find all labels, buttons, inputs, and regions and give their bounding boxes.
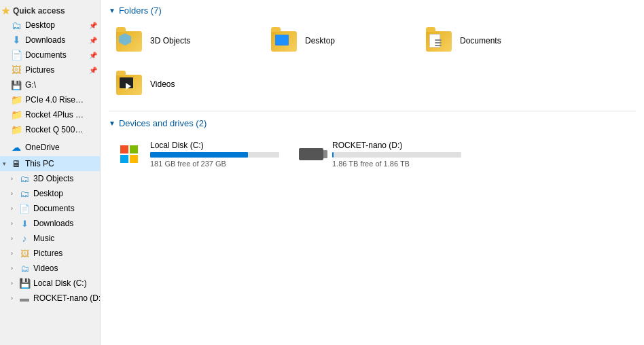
sidebar-label: G:\ bbox=[25, 80, 36, 90]
folder-shape bbox=[426, 31, 452, 52]
sidebar-label: 3D Objects bbox=[33, 174, 73, 183]
folder-label: Desktop bbox=[305, 36, 335, 47]
sidebar-label: Documents bbox=[25, 50, 67, 60]
folders-section-label: Folders (7) bbox=[119, 5, 162, 16]
expand-arrow: › bbox=[11, 175, 18, 182]
onedrive-icon: ☁ bbox=[11, 142, 22, 153]
expand-arrow: › bbox=[11, 205, 18, 212]
sidebar-item-downloads-qa[interactable]: ⬇ Downloads 📌 bbox=[0, 33, 100, 48]
sidebar-item-videos-pc[interactable]: › 🗂 Videos bbox=[0, 261, 100, 276]
folder-documents[interactable]: Documents bbox=[418, 22, 568, 60]
folder-desktop[interactable]: Desktop bbox=[264, 22, 413, 60]
thispc-icon: 🖥 bbox=[11, 158, 22, 169]
device-space: 1.86 TB free of 1.86 TB bbox=[332, 160, 461, 168]
device-space: 181 GB free of 237 GB bbox=[150, 160, 279, 168]
folder-inner-videos bbox=[120, 77, 133, 88]
folder-blue-icon: 🗂 bbox=[19, 173, 30, 184]
folder-yellow-icon: 📁 bbox=[11, 124, 22, 135]
section-divider bbox=[109, 111, 636, 111]
sidebar-label: Pictures bbox=[33, 249, 62, 258]
windows-logo-icon bbox=[120, 145, 138, 163]
folder-3dobjects[interactable]: 3D Objects bbox=[109, 22, 258, 60]
folder-blue-icon: 🗂 bbox=[19, 263, 30, 274]
folder-yellow-icon: 📁 bbox=[11, 109, 22, 120]
sidebar-label: PCIe 4.0 Riser Cable bbox=[25, 95, 86, 105]
sidebar-label: This PC bbox=[25, 159, 54, 168]
sidebar-item-pictures-pc[interactable]: › 🖼 Pictures bbox=[0, 246, 100, 261]
sidebar-item-desktop-pc[interactable]: › 🗂 Desktop bbox=[0, 186, 100, 201]
expand-arrow: › bbox=[11, 265, 18, 272]
sidebar-label: Downloads bbox=[33, 219, 73, 228]
sidebar-label: Downloads bbox=[25, 35, 65, 45]
sidebar-item-pictures-qa[interactable]: 🖼 Pictures 📌 bbox=[0, 62, 100, 77]
progress-bar-fill bbox=[150, 152, 248, 158]
sidebar-item-onedrive[interactable]: ☁ OneDrive bbox=[0, 140, 100, 155]
sidebar-label: Music bbox=[33, 234, 54, 243]
sidebar-item-rocketd-pc[interactable]: › ▬ ROCKET-nano (D:) bbox=[0, 291, 100, 306]
device-name: Local Disk (C:) bbox=[150, 141, 279, 150]
devices-section-header[interactable]: ▼ Devices and drives (2) bbox=[109, 118, 636, 128]
sidebar-item-rocket4plus[interactable]: 📁 Rocket 4Plus 2TB bbox=[0, 107, 100, 122]
sidebar-item-documents-pc[interactable]: › 📄 Documents bbox=[0, 201, 100, 216]
folder-icon-wrap bbox=[115, 27, 143, 56]
sidebar-item-desktop-qa[interactable]: 🗂 Desktop 📌 bbox=[0, 18, 100, 33]
sidebar-item-music-pc[interactable]: › ♪ Music bbox=[0, 231, 100, 246]
folder-doc-icon: 📄 bbox=[11, 50, 22, 60]
expand-arrow: › bbox=[11, 250, 18, 257]
device-icon-wrap bbox=[115, 140, 143, 168]
device-info: Local Disk (C:) 181 GB free of 237 GB bbox=[150, 141, 279, 168]
expand-arrow: › bbox=[11, 280, 18, 287]
win-sq-green bbox=[130, 145, 138, 153]
chevron-down-icon: ▼ bbox=[109, 120, 115, 127]
progress-bar-fill bbox=[332, 152, 334, 158]
folder-icon-wrap bbox=[425, 27, 453, 56]
sidebar-item-gdrive[interactable]: 💾 G:\ bbox=[0, 77, 100, 92]
device-icon-wrap bbox=[297, 140, 325, 168]
expand-arrow: › bbox=[11, 190, 18, 197]
folders-grid: 3D Objects Desktop bbox=[109, 22, 636, 104]
pin-icon: 📌 bbox=[89, 52, 97, 59]
folder-videos[interactable]: Videos bbox=[109, 66, 258, 104]
music-icon: ♪ bbox=[19, 233, 30, 244]
win-sq-red bbox=[120, 145, 128, 153]
sidebar-label: Rocket Q 500GB bbox=[25, 125, 86, 134]
device-rocketd[interactable]: ROCKET-nano (D:) 1.86 TB free of 1.86 TB bbox=[291, 135, 467, 173]
expand-arrow: › bbox=[11, 220, 18, 227]
folder-label: Documents bbox=[460, 36, 501, 47]
sidebar-item-downloads-pc[interactable]: › ⬇ Downloads bbox=[0, 216, 100, 231]
sidebar-label: Desktop bbox=[33, 189, 63, 198]
sidebar-item-localc-pc[interactable]: › 💾 Local Disk (C:) bbox=[0, 276, 100, 291]
progress-bar-bg bbox=[150, 152, 279, 158]
sidebar-item-documents-qa[interactable]: 📄 Documents 📌 bbox=[0, 48, 100, 62]
sidebar-item-pcie[interactable]: 📁 PCIe 4.0 Riser Cable bbox=[0, 92, 100, 107]
folder-label: 3D Objects bbox=[150, 36, 190, 47]
pin-icon: 📌 bbox=[89, 22, 97, 29]
folder-inner-docs bbox=[429, 34, 440, 48]
sidebar-label: Desktop bbox=[25, 20, 55, 30]
pin-icon: 📌 bbox=[89, 67, 97, 74]
sidebar-item-thispc[interactable]: ▾ 🖥 This PC bbox=[0, 156, 100, 171]
folder-dl-icon: ⬇ bbox=[19, 218, 30, 229]
folder-label: Videos bbox=[150, 79, 175, 90]
device-localc[interactable]: Local Disk (C:) 181 GB free of 237 GB bbox=[109, 135, 285, 173]
devices-grid: Local Disk (C:) 181 GB free of 237 GB RO… bbox=[109, 135, 636, 173]
progress-bar-bg bbox=[332, 152, 461, 158]
sidebar-item-3dobjects-pc[interactable]: › 🗂 3D Objects bbox=[0, 171, 100, 186]
folders-section-header[interactable]: ▼ Folders (7) bbox=[109, 5, 636, 16]
folder-inner-desktop bbox=[275, 35, 289, 46]
folder-shape bbox=[116, 75, 142, 95]
sidebar-item-rocketq[interactable]: 📁 Rocket Q 500GB bbox=[0, 122, 100, 137]
sidebar-label: Pictures bbox=[25, 65, 54, 75]
expand-arrow: › bbox=[11, 235, 18, 242]
folder-shape bbox=[116, 31, 142, 52]
folder-icon-wrap bbox=[270, 27, 298, 56]
play-icon bbox=[126, 83, 131, 90]
win-sq-yellow bbox=[130, 155, 138, 163]
folder-shape bbox=[271, 31, 297, 52]
nvme-icon: ▬ bbox=[19, 293, 30, 304]
sidebar-label: Videos bbox=[33, 264, 58, 273]
expand-arrow: › bbox=[11, 295, 18, 302]
folder-icon-wrap bbox=[115, 71, 143, 99]
sidebar-label: ROCKET-nano (D:) bbox=[33, 293, 100, 303]
folder-pic-icon: 🖼 bbox=[19, 248, 30, 259]
